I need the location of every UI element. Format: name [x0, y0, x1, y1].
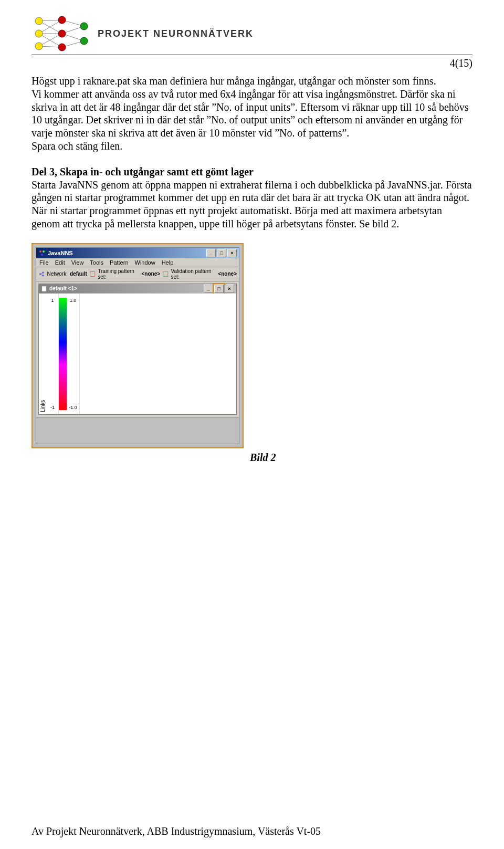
titlebar-buttons: _ □ × [206, 249, 237, 257]
toolbar: Network: default Training pattern set: <… [36, 267, 239, 281]
figure-caption: Bild 2 [250, 452, 472, 464]
svg-point-21 [41, 254, 43, 256]
svg-point-11 [35, 17, 43, 25]
svg-rect-29 [42, 286, 47, 291]
workspace-canvas: Links 1 -1 1.0 -1.0 [39, 294, 236, 414]
workspace-maximize-button[interactable]: □ [214, 285, 224, 293]
workspace-minimize-button[interactable]: _ [204, 285, 213, 293]
close-button[interactable]: × [227, 249, 237, 257]
svg-point-20 [43, 250, 45, 253]
page: PROJEKT NEURONNÄTVERK 4(15) Högst upp i … [0, 0, 504, 849]
validation-label: Validation pattern set: [171, 268, 216, 280]
training-value: <none> [141, 271, 160, 277]
left-ruler: 1 -1 [47, 294, 59, 414]
menubar: File Edit View Tools Pattern Window Help [36, 258, 239, 267]
svg-point-18 [80, 37, 88, 45]
menu-tools[interactable]: Tools [90, 259, 103, 266]
paragraph-1: Högst upp i raknare.pat ska man definier… [32, 75, 472, 153]
workspace-title: default <1> [49, 286, 77, 291]
ruler-top: 1 [51, 298, 54, 303]
section-title: Del 3, Skapa in- och utgångar samt ett g… [32, 166, 254, 177]
desktop-background: JavaNNS _ □ × File Edit View Tools Patte… [33, 244, 243, 447]
header-divider [32, 55, 472, 55]
right-ruler: 1.0 -1.0 [67, 294, 80, 414]
menu-help[interactable]: Help [162, 259, 174, 266]
svg-rect-28 [163, 271, 168, 276]
svg-rect-27 [90, 271, 95, 276]
svg-point-16 [58, 44, 66, 51]
window-title: JavaNNS [48, 250, 73, 256]
ruler-bottom: -1 [50, 405, 55, 410]
links-label: Links [39, 294, 47, 414]
maximize-button[interactable]: □ [217, 249, 226, 257]
paragraph-2: Starta JavaNNS genom att öppna mappen ni… [32, 179, 472, 229]
ruler-rtop: 1.0 [70, 298, 77, 303]
svg-point-17 [80, 23, 88, 30]
page-footer: Av Projekt Neuronnätverk, ABB Industrigy… [32, 825, 321, 837]
minimize-button[interactable]: _ [206, 249, 216, 257]
color-gradient [59, 298, 67, 410]
menu-file[interactable]: File [39, 259, 49, 266]
titlebar: JavaNNS _ □ × [36, 248, 239, 258]
doc-icon [41, 286, 47, 292]
svg-point-13 [35, 43, 43, 50]
network-label: Network: [47, 271, 68, 277]
svg-point-12 [35, 30, 43, 37]
svg-point-14 [58, 16, 66, 24]
ruler-rbottom: -1.0 [69, 405, 77, 410]
java-nns-window: JavaNNS _ □ × File Edit View Tools Patte… [36, 247, 239, 444]
neural-net-logo-icon [32, 16, 92, 51]
drawing-area[interactable] [80, 294, 236, 414]
section-block: Del 3, Skapa in- och utgångar samt ett g… [32, 165, 472, 230]
brand-name: PROJEKT NEURONNÄTVERK [98, 28, 254, 39]
workspace-titlebar-buttons: _ □ × [204, 285, 234, 293]
validation-value: <none> [218, 271, 237, 277]
training-icon [89, 270, 96, 278]
document-header: PROJEKT NEURONNÄTVERK [32, 16, 472, 51]
workspace-close-button[interactable]: × [225, 285, 234, 293]
app-icon [38, 249, 46, 257]
svg-point-19 [39, 250, 41, 253]
svg-point-15 [58, 30, 66, 37]
menu-window[interactable]: Window [135, 259, 155, 266]
menu-pattern[interactable]: Pattern [110, 259, 128, 266]
network-value: default [70, 271, 87, 277]
validation-icon [162, 270, 169, 278]
network-icon [38, 270, 45, 278]
training-label: Training pattern set: [98, 268, 139, 280]
workspace-titlebar: default <1> _ □ × [39, 284, 236, 294]
workspace-window: default <1> _ □ × Links 1 -1 1.0 [38, 284, 237, 415]
workspace-background [36, 417, 239, 444]
menu-edit[interactable]: Edit [55, 259, 65, 266]
menu-view[interactable]: View [71, 259, 84, 266]
screenshot-figure: JavaNNS _ □ × File Edit View Tools Patte… [32, 243, 244, 448]
page-number: 4(15) [32, 57, 472, 69]
